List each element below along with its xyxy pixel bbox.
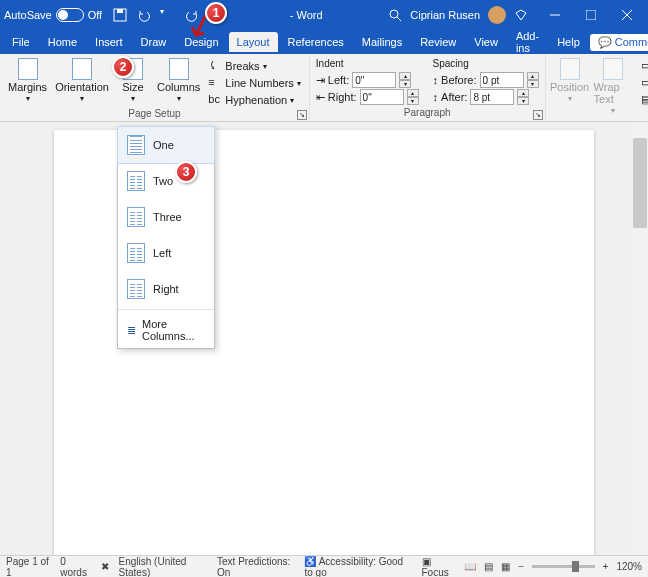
tab-help[interactable]: Help xyxy=(549,32,588,52)
autosave-toggle[interactable]: AutoSave Off xyxy=(4,8,102,22)
accessibility-status[interactable]: ♿ Accessibility: Good to go xyxy=(304,556,411,578)
indent-right-input[interactable] xyxy=(360,89,404,105)
more-columns-icon: ≣ xyxy=(127,324,136,337)
zoom-slider[interactable] xyxy=(532,565,594,568)
svg-rect-1 xyxy=(117,9,123,13)
margins-icon xyxy=(18,58,38,80)
zoom-out-button[interactable]: − xyxy=(518,561,524,572)
indent-right-spinner[interactable]: ▴▾ xyxy=(407,89,419,105)
position-button[interactable]: Position▾ xyxy=(552,56,588,105)
undo-icon[interactable] xyxy=(136,7,152,23)
tab-review[interactable]: Review xyxy=(412,32,464,52)
autosave-state: Off xyxy=(88,9,102,21)
group-label-paragraph: Paragraph xyxy=(316,107,539,120)
orientation-button[interactable]: Orientation▾ xyxy=(53,56,111,105)
title-bar: AutoSave Off ▾ ▾ - Word Ciprian Rusen xyxy=(0,0,648,30)
group-arrange: Position▾ Wrap Text▾ ▭Bring Forward ▾ ▭S… xyxy=(546,54,648,122)
ribbon: Margins▾ Orientation▾ Size▾ Columns▾ ⤹Br… xyxy=(0,54,648,122)
columns-option-left[interactable]: Left xyxy=(118,235,214,271)
tab-references[interactable]: References xyxy=(280,32,352,52)
columns-one-icon xyxy=(127,135,145,155)
group-label-page-setup: Page Setup xyxy=(6,108,303,121)
indent-left-spinner[interactable]: ▴▾ xyxy=(399,72,411,88)
indent-left-input[interactable] xyxy=(352,72,396,88)
user-name[interactable]: Ciprian Rusen xyxy=(410,9,480,21)
tab-draw[interactable]: Draw xyxy=(133,32,175,52)
spacing-before-spinner[interactable]: ▴▾ xyxy=(527,72,539,88)
minimize-button[interactable] xyxy=(538,1,572,29)
comments-label: Comments xyxy=(615,36,648,48)
columns-option-right[interactable]: Right xyxy=(118,271,214,307)
columns-option-three[interactable]: Three xyxy=(118,199,214,235)
orientation-icon xyxy=(72,58,92,80)
tab-file[interactable]: File xyxy=(4,32,38,52)
page-setup-dialog-launcher[interactable]: ↘ xyxy=(297,110,307,120)
spacing-after-input[interactable] xyxy=(470,89,514,105)
more-columns-button[interactable]: ≣More Columns... xyxy=(118,312,214,348)
indent-left-icon: ⇥ xyxy=(316,74,325,87)
columns-option-two[interactable]: Two xyxy=(118,163,214,199)
tab-view[interactable]: View xyxy=(466,32,506,52)
tab-layout[interactable]: Layout xyxy=(229,32,278,52)
indent-right-icon: ⇤ xyxy=(316,91,325,104)
columns-left-icon xyxy=(127,243,145,263)
margins-button[interactable]: Margins▾ xyxy=(6,56,49,105)
tab-home[interactable]: Home xyxy=(40,32,85,52)
send-backward-button[interactable]: ▭Send Backward ▾ xyxy=(639,75,648,91)
print-layout-icon[interactable]: ▤ xyxy=(484,561,493,572)
comments-button[interactable]: 💬 Comments xyxy=(590,34,648,51)
close-button[interactable] xyxy=(610,1,644,29)
user-avatar-icon[interactable] xyxy=(488,6,506,24)
focus-mode-button[interactable]: ▣ Focus xyxy=(422,556,457,578)
callout-2: 2 xyxy=(112,56,134,78)
web-layout-icon[interactable]: ▦ xyxy=(501,561,510,572)
indent-title: Indent xyxy=(316,58,419,69)
page-indicator[interactable]: Page 1 of 1 xyxy=(6,556,50,578)
paragraph-dialog-launcher[interactable]: ↘ xyxy=(533,110,543,120)
window-controls xyxy=(538,1,644,29)
hyphenation-icon: bc xyxy=(208,93,222,107)
columns-button[interactable]: Columns▾ xyxy=(155,56,202,105)
read-mode-icon[interactable]: 📖 xyxy=(464,561,476,572)
spacing-after-spinner[interactable]: ▴▾ xyxy=(517,89,529,105)
bring-forward-button[interactable]: ▭Bring Forward ▾ xyxy=(639,58,648,74)
dropdown-separator xyxy=(118,309,214,310)
position-icon xyxy=(560,58,580,80)
columns-icon xyxy=(169,58,189,80)
zoom-level[interactable]: 120% xyxy=(616,561,642,572)
columns-three-icon xyxy=(127,207,145,227)
status-bar: Page 1 of 1 0 words ✖ English (United St… xyxy=(0,555,648,577)
line-numbers-icon: ≡ xyxy=(208,76,222,90)
word-count[interactable]: 0 words xyxy=(60,556,90,578)
callout-3: 3 xyxy=(175,161,197,183)
scroll-thumb[interactable] xyxy=(633,138,647,228)
spacing-title: Spacing xyxy=(433,58,539,69)
tab-insert[interactable]: Insert xyxy=(87,32,131,52)
spacing-before-icon: ↕ xyxy=(433,74,439,86)
selection-pane-icon: ▤ xyxy=(641,93,648,107)
vertical-scrollbar[interactable] xyxy=(632,122,648,555)
zoom-in-button[interactable]: + xyxy=(603,561,609,572)
columns-option-one[interactable]: One xyxy=(118,127,214,163)
toggle-icon xyxy=(56,8,84,22)
text-predictions[interactable]: Text Predictions: On xyxy=(217,556,294,578)
spacing-before-input[interactable] xyxy=(480,72,524,88)
spellcheck-icon[interactable]: ✖ xyxy=(101,561,109,572)
save-icon[interactable] xyxy=(112,7,128,23)
search-icon[interactable] xyxy=(388,8,402,22)
line-numbers-button[interactable]: ≡Line Numbers ▾ xyxy=(206,75,302,91)
document-area xyxy=(0,122,648,555)
group-paragraph: Indent ⇥Left:▴▾ ⇤Right:▴▾ Spacing ↕Befor… xyxy=(310,54,546,122)
hyphenation-button[interactable]: bcHyphenation ▾ xyxy=(206,92,302,108)
maximize-button[interactable] xyxy=(574,1,608,29)
breaks-button[interactable]: ⤹Breaks ▾ xyxy=(206,58,302,74)
tab-mailings[interactable]: Mailings xyxy=(354,32,410,52)
title-right: Ciprian Rusen xyxy=(388,6,528,24)
breaks-icon: ⤹ xyxy=(208,59,222,73)
diamond-icon[interactable] xyxy=(514,8,528,22)
selection-pane-button[interactable]: ▤Selection Pane xyxy=(639,92,648,108)
wrap-text-button[interactable]: Wrap Text▾ xyxy=(592,56,635,117)
columns-right-icon xyxy=(127,279,145,299)
language-indicator[interactable]: English (United States) xyxy=(119,556,207,578)
undo-more-icon[interactable]: ▾ xyxy=(160,7,176,23)
